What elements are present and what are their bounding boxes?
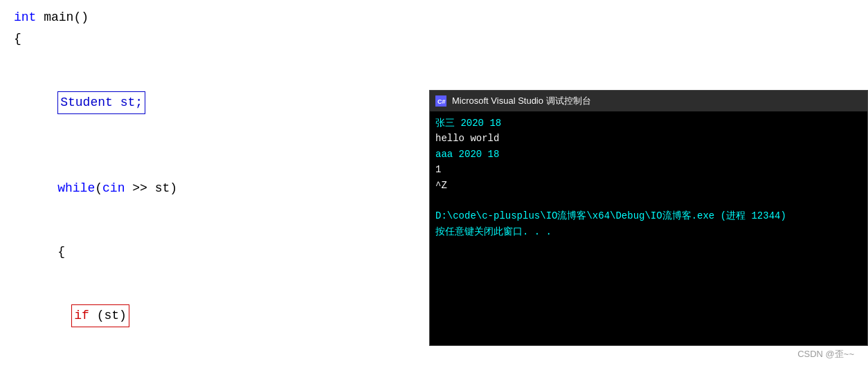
console-line-blank <box>435 193 862 208</box>
console-line-7: D:\code\c-plusplus\IO流博客\x64\Debug\IO流博客… <box>435 208 862 223</box>
code-line-2: { <box>14 28 415 50</box>
console-line-5: ^Z <box>435 178 862 193</box>
code-line-blank2 <box>14 136 415 157</box>
code-line-3: Student st; <box>14 71 415 136</box>
code-line-blank1 <box>14 49 415 71</box>
console-window: C# Microsoft Visual Studio 调试控制台 张三 2020… <box>429 90 868 346</box>
console-title: Microsoft Visual Studio 调试控制台 <box>452 95 591 107</box>
console-titlebar: C# Microsoft Visual Studio 调试控制台 <box>430 91 867 111</box>
code-line-5: { <box>14 220 415 284</box>
console-line-3: aaa 2020 18 <box>435 147 862 162</box>
console-line-8: 按任意键关闭此窗口. . . <box>435 224 862 239</box>
svg-text:C#: C# <box>437 98 446 105</box>
console-line-1: 张三 2020 18 <box>435 116 862 131</box>
code-line-6: if (st) <box>14 284 415 349</box>
code-line-1: int main() <box>14 7 415 28</box>
console-line-2: hello world <box>435 131 862 146</box>
watermark: CSDN @歪~~ <box>797 348 854 360</box>
console-body: 张三 2020 18 hello world aaa 2020 18 1 ^Z … <box>430 111 867 244</box>
console-app-icon: C# <box>435 95 446 107</box>
code-line-4: while(cin >> st) <box>14 156 415 220</box>
code-editor: int main() { Student st; while(cin >> st… <box>0 0 429 366</box>
console-line-4: 1 <box>435 162 862 177</box>
code-line-7: cout << "hello world" << endl; <box>14 349 415 367</box>
